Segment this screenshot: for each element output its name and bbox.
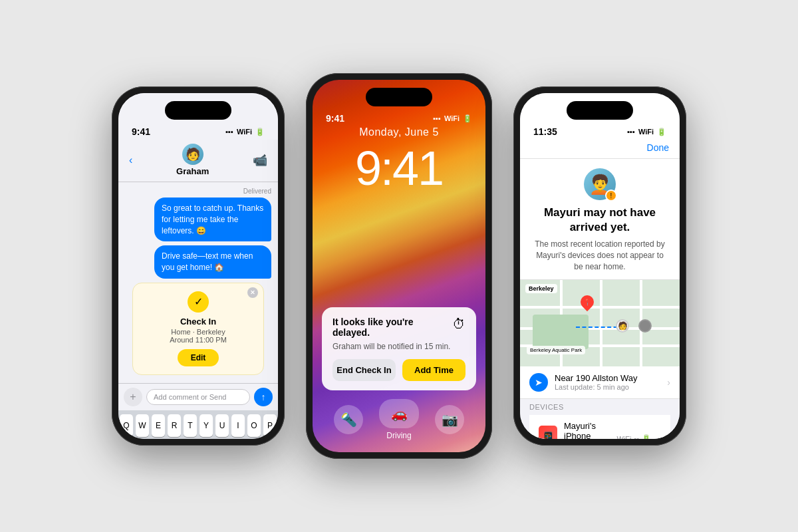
video-call-icon[interactable]: 📹 [253,153,267,168]
lockscreen-date: Monday, June 5 [313,126,485,138]
contact-info: 🧑 Graham [176,144,209,176]
delay-notification: It looks like you're delayed. ⏱ Graham w… [322,307,476,390]
findmy-wifi-icon: WiFi [638,128,654,136]
chevron-right-icon: › [667,377,670,388]
delay-subtitle: Graham will be notified in 15 min. [332,342,466,351]
key-o[interactable]: O [247,414,261,437]
avatar-warning-icon: ! [605,190,617,201]
home-dot [638,319,652,332]
keyboard-row-1: Q W E R T Y U I O P [121,414,275,437]
add-time-button[interactable]: Add Time [402,359,466,381]
delay-buttons: End Check In Add Time [332,359,466,381]
key-t[interactable]: T [184,414,197,437]
contact-name: Graham [176,166,209,176]
location-info: Near 190 Allston Way Last update: 5 min … [555,373,660,391]
checkin-icon: ✓ [188,291,209,313]
alert-title: Mayuri may not have arrived yet. [531,205,669,235]
devices-label: DEVICES [529,403,670,411]
iphone-chevron: › [658,434,661,439]
phone-messages: 9:41 ▪▪▪ WiFi 🔋 ‹ 🧑 Graham 📹 Delivered S… [112,86,285,446]
battery-icon: 🔋 [255,128,265,136]
findmy-status-icons: ▪▪▪ WiFi 🔋 [627,128,666,136]
key-w[interactable]: W [136,414,149,437]
map-road-v2 [600,280,602,366]
close-checkin-button[interactable]: ✕ [247,287,258,298]
wifi-status-icon: WiFi [617,435,632,439]
map-container: 📍 🧑 Berkeley Berkeley Aquatic Park [520,280,680,366]
iphone-status: WiFi ▪▪ 🔋 [617,434,652,439]
messages-screen: 9:41 ▪▪▪ WiFi 🔋 ‹ 🧑 Graham 📹 Delivered S… [118,93,278,439]
send-button[interactable]: ↑ [254,388,273,406]
iphone-icon: 📱 [539,426,557,439]
map-label: Berkeley [525,284,557,293]
findmy-screen: 11:35 ▪▪▪ WiFi 🔋 Done 🧑‍🦱 ! Mayuri may n… [520,93,680,439]
flashlight-group: 🔦 [334,405,363,434]
messages-input-row: + Add comment or Send ↑ [118,383,278,410]
add-attachment-button[interactable]: + [124,388,142,406]
edit-button[interactable]: Edit [178,349,219,366]
signal-icon: ▪▪▪ [225,128,233,136]
device-row-iphone[interactable]: 📱 Mayuri's iPhone Last unlock: 5 min ago… [529,415,670,439]
messages-header: ‹ 🧑 Graham 📹 [118,140,278,182]
key-i[interactable]: I [231,414,245,437]
checkin-detail: Home · Berkeley Around 11:00 PM [141,328,255,344]
location-name: Near 190 Allston Way [555,373,660,383]
map-background: 📍 🧑 Berkeley Berkeley Aquatic Park [520,280,680,366]
destination-pin: 📍 [578,293,597,311]
driving-group: 🚗 Driving [379,399,419,440]
alert-description: The most recent location reported by May… [531,239,669,272]
findmy-header: Done [520,140,680,159]
message-bubble-1: So great to catch up. Thanks for letting… [154,198,271,241]
lock-status-icons: ▪▪▪ WiFi 🔋 [433,114,472,123]
delay-icon: ⏱ [452,317,466,332]
map-park [533,315,589,349]
location-direction-icon: ➤ [529,373,548,392]
key-y[interactable]: Y [200,414,213,437]
status-icons: ▪▪▪ WiFi 🔋 [225,128,265,136]
end-checkin-button[interactable]: End Check In [332,359,396,381]
keyboard: Q W E R T Y U I O P A S D F G H J K L [118,410,278,439]
devices-section: DEVICES 📱 Mayuri's iPhone Last unlock: 5… [520,399,680,439]
key-q[interactable]: Q [120,414,133,437]
driving-label: Driving [386,431,411,440]
findmy-alert: 🧑‍🦱 ! Mayuri may not have arrived yet. T… [520,159,680,280]
lockscreen-controls: 🔦 🚗 Driving 📷 [313,399,485,440]
flashlight-button[interactable]: 🔦 [334,405,363,434]
contact-avatar: 🧑 [182,144,203,165]
checkin-title: Check In [141,317,255,327]
message-bubble-2: Drive safe—text me when you get home! 🏠 [154,245,271,279]
camera-group: 📷 [435,405,464,434]
status-time: 9:41 [132,126,150,137]
key-p[interactable]: P [263,414,277,437]
location-update: Last update: 5 min ago [555,383,660,391]
key-r[interactable]: R [168,414,181,437]
delay-title: It looks like you're delayed. [332,317,452,338]
key-u[interactable]: U [215,414,229,437]
lockscreen-screen: 9:41 ▪▪▪ WiFi 🔋 Monday, June 5 9:41 It l… [313,80,485,452]
car-icon: 🚗 [391,406,408,422]
park-label: Berkeley Aquatic Park [527,346,585,354]
mayuri-avatar: 🧑‍🦱 ! [584,168,616,200]
wifi-icon: WiFi [237,128,252,136]
dynamic-island-2 [366,88,432,106]
phone-findmy: 11:35 ▪▪▪ WiFi 🔋 Done 🧑‍🦱 ! Mayuri may n… [513,86,686,446]
location-row[interactable]: ➤ Near 190 Allston Way Last update: 5 mi… [520,366,680,399]
done-button[interactable]: Done [647,142,669,153]
iphone-info: Mayuri's iPhone Last unlock: 5 min ago [564,421,610,439]
signal-status-icon: ▪▪ [634,435,640,439]
driving-button[interactable]: 🚗 [379,399,419,428]
iphone-name: Mayuri's iPhone [564,421,610,439]
battery-status-icon: 🔋 [642,434,651,439]
message-input[interactable]: Add comment or Send [146,389,250,405]
lock-status-time: 9:41 [326,113,344,124]
back-button[interactable]: ‹ [129,154,132,166]
delivered-label: Delivered [125,188,271,195]
checkin-card: ✕ ✓ Check In Home · Berkeley Around 11:0… [132,283,264,375]
delay-header: It looks like you're delayed. ⏱ [332,317,466,338]
lock-battery-icon: 🔋 [463,114,472,123]
findmy-status-time: 11:35 [533,126,557,137]
key-e[interactable]: E [152,414,165,437]
current-location-dot: 🧑 [616,319,629,332]
camera-button[interactable]: 📷 [435,405,464,434]
lockscreen-spacer [313,201,485,307]
